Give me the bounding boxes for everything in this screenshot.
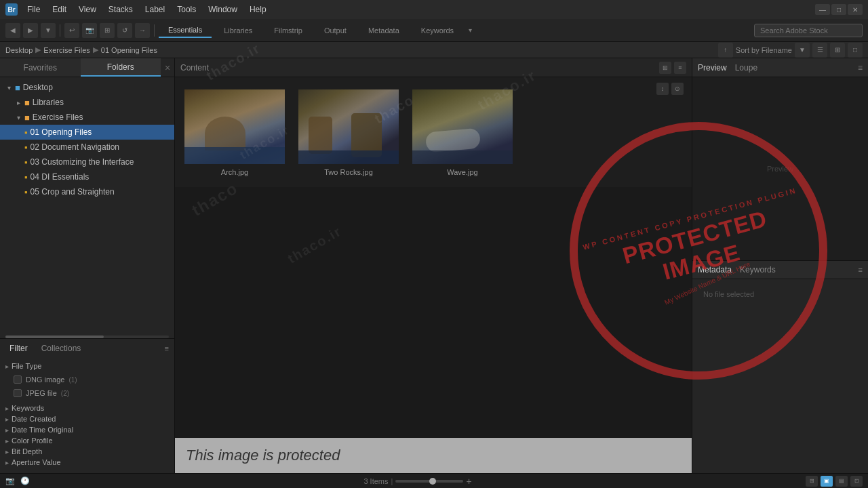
tree-item-exercise-files[interactable]: ▾ ■ Exercise Files — [0, 110, 174, 125]
bottom-separator: | — [391, 477, 393, 485]
file-type-header[interactable]: ▸ File Type — [5, 362, 169, 370]
tree-item-03[interactable]: ▪ 03 Customizing the Interface — [0, 155, 174, 169]
dng-label: DNG image — [26, 375, 64, 384]
go-home-button[interactable]: ↩ — [64, 23, 79, 38]
thumb-two-rocks[interactable]: Two Rocks.jpg — [297, 88, 400, 176]
zoom-slider-thumb[interactable] — [429, 478, 436, 485]
sidebar-close-button[interactable]: × — [161, 58, 174, 77]
menu-edit[interactable]: Edit — [47, 3, 72, 16]
expand-libraries-icon: ▸ — [15, 99, 22, 106]
view-detail-button[interactable]: ▤ — [835, 476, 848, 487]
sort-thumb-button[interactable]: ↕ — [656, 83, 669, 95]
bit-depth-arrow-icon: ▸ — [5, 448, 9, 455]
redo-button[interactable]: → — [135, 23, 150, 38]
aperture-value-label: Aperture Value — [12, 458, 61, 466]
thumb-wave-label: Wave.jpg — [447, 168, 477, 176]
search-input[interactable] — [754, 24, 863, 37]
close-button[interactable]: ✕ — [848, 4, 863, 15]
copy-button[interactable]: ⊞ — [100, 23, 115, 38]
workspace-more-button[interactable]: ▾ — [469, 26, 472, 34]
view-list-button[interactable]: ⊡ — [850, 476, 863, 487]
view-mode-list[interactable]: ☰ — [812, 43, 827, 58]
sort-label[interactable]: Sort by Filename — [736, 46, 792, 54]
tab-collections[interactable]: Collections — [37, 342, 85, 354]
bit-depth-header[interactable]: ▸ Bit Depth — [5, 447, 169, 455]
tab-output[interactable]: Output — [315, 24, 356, 37]
jpeg-label: JPEG file — [26, 389, 57, 397]
color-profile-header[interactable]: ▸ Color Profile — [5, 436, 169, 445]
nav-separator-2 — [154, 24, 155, 37]
jpeg-checkbox[interactable] — [14, 389, 22, 397]
tab-metadata[interactable]: Metadata — [359, 24, 409, 37]
filter-menu-icon[interactable]: ≡ — [165, 344, 169, 352]
breadcrumb-exercise-files[interactable]: Exercise Files — [43, 46, 90, 54]
camera-button[interactable]: 📷 — [82, 23, 97, 38]
tab-libraries[interactable]: Libraries — [214, 24, 262, 37]
menu-window[interactable]: Window — [203, 3, 243, 16]
tab-keywords[interactable]: Keywords — [412, 24, 463, 37]
aperture-value-header[interactable]: ▸ Aperture Value — [5, 458, 169, 466]
metadata-empty: No file selected — [698, 285, 863, 304]
dng-checkbox[interactable] — [14, 375, 22, 384]
forward-button[interactable]: ▶ — [23, 23, 38, 38]
pin-thumb-button[interactable]: ⊙ — [671, 83, 684, 95]
menu-file[interactable]: File — [22, 3, 45, 16]
filter-header: Filter Collections ≡ — [0, 339, 174, 358]
back-button[interactable]: ◀ — [5, 23, 20, 38]
date-created-header[interactable]: ▸ Date Created — [5, 415, 169, 423]
tree-item-04[interactable]: ▪ 04 DI Essentials — [0, 169, 174, 184]
tab-filmstrip[interactable]: Filmstrip — [264, 24, 312, 37]
tab-folders[interactable]: Folders — [81, 58, 161, 77]
thumb-arch[interactable]: Arch.jpg — [183, 88, 286, 176]
filter-section-file-type: ▸ File Type DNG image (1) JPEG file (2) — [5, 362, 169, 400]
preview-area: Preview — [692, 77, 868, 260]
view-mode-grid[interactable]: ⊞ — [830, 43, 845, 58]
desktop-label: Desktop — [23, 83, 53, 92]
tree-item-01[interactable]: ▪ 01 Opening Files — [0, 125, 174, 140]
view-large-button[interactable]: ▣ — [821, 476, 833, 487]
tab-preview[interactable]: Preview — [698, 63, 727, 73]
meta-menu-icon[interactable]: ≡ — [859, 266, 863, 274]
keywords-header[interactable]: ▸ Keywords — [5, 404, 169, 412]
maximize-button[interactable]: □ — [831, 4, 846, 15]
view-mode-large[interactable]: □ — [848, 43, 863, 58]
tab-keywords-right[interactable]: Keywords — [740, 265, 776, 274]
right-panel-menu-icon[interactable]: ≡ — [858, 63, 863, 73]
file-type-arrow-icon: ▸ — [5, 363, 9, 370]
dng-count: (1) — [68, 376, 77, 384]
date-time-header[interactable]: ▸ Date Time Original — [5, 426, 169, 434]
tab-metadata-right[interactable]: Metadata — [698, 265, 732, 274]
folder-tree: ▾ ■ Desktop ▸ ■ Libraries ▾ ■ Exercise F… — [0, 77, 174, 336]
menu-help[interactable]: Help — [244, 3, 272, 16]
content-view-list[interactable]: ≡ — [674, 62, 686, 74]
minimize-button[interactable]: — — [815, 4, 830, 15]
tab-favorites[interactable]: Favorites — [0, 58, 81, 77]
tree-item-libraries[interactable]: ▸ ■ Libraries — [0, 95, 174, 110]
folder-05-icon: ▪ — [24, 187, 28, 197]
menu-tools[interactable]: Tools — [172, 3, 201, 16]
view-grid-button[interactable]: ⊞ — [806, 476, 818, 487]
content-view-grid[interactable]: ⊞ — [659, 62, 671, 74]
menu-view[interactable]: View — [73, 3, 102, 16]
tab-loupe[interactable]: Loupe — [735, 63, 757, 73]
thumb-wave[interactable]: Wave.jpg — [411, 88, 514, 176]
filter-panel: Filter Collections ≡ ▸ File Type DNG ima… — [0, 338, 174, 473]
keywords-arrow-icon: ▸ — [5, 405, 9, 412]
sort-direction-button[interactable]: ↑ — [718, 43, 733, 58]
tab-essentials[interactable]: Essentials — [159, 23, 212, 38]
zoom-in-icon[interactable]: + — [466, 476, 471, 487]
tree-item-02[interactable]: ▪ 02 Document Navigation — [0, 140, 174, 155]
undo-button[interactable]: ↺ — [117, 23, 132, 38]
zoom-slider[interactable] — [395, 480, 463, 483]
breadcrumb-current[interactable]: 01 Opening Files — [101, 46, 157, 54]
filter-content: ▸ File Type DNG image (1) JPEG file (2) — [0, 358, 174, 473]
history-dropdown[interactable]: ▼ — [41, 23, 56, 38]
menu-label[interactable]: Label — [140, 3, 170, 16]
sort-dropdown[interactable]: ▼ — [795, 43, 810, 58]
breadcrumb-desktop[interactable]: Desktop — [5, 46, 33, 54]
content-area: Content ⊞ ≡ ↕ ⊙ Arch.jpg — [175, 58, 692, 473]
tree-item-desktop[interactable]: ▾ ■ Desktop — [0, 80, 174, 95]
tree-item-05[interactable]: ▪ 05 Crop and Straighten — [0, 184, 174, 199]
tab-filter[interactable]: Filter — [5, 342, 32, 354]
menu-stacks[interactable]: Stacks — [103, 3, 138, 16]
